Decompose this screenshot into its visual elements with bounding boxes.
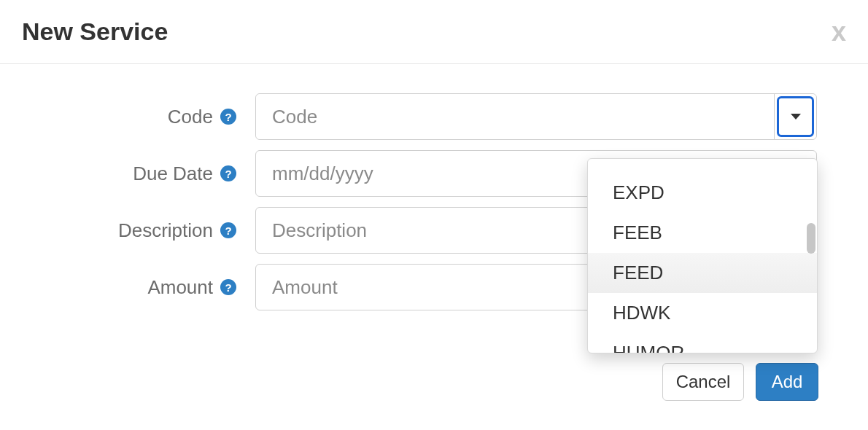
footer-buttons: Cancel Add [662,363,818,401]
cancel-button[interactable]: Cancel [662,363,744,401]
help-icon[interactable]: ? [220,222,236,238]
code-label: Code [168,106,213,128]
code-input-group [255,93,817,140]
dropdown-list[interactable]: DPST EXPD FEEB FEED HDWK HUMOR [588,159,817,353]
dropdown-item[interactable]: HDWK [588,293,817,333]
help-icon[interactable]: ? [220,165,236,181]
modal-title: New Service [22,17,168,46]
help-icon[interactable]: ? [220,279,236,295]
amount-label: Amount [147,276,213,299]
dropdown-item[interactable]: EXPD [588,173,817,213]
dropdown-item[interactable]: FEED [588,253,817,293]
close-icon[interactable]: x [832,19,846,45]
row-code: Code ? [51,93,817,140]
label-col-amount: Amount ? [51,276,255,299]
dropdown-item[interactable]: DPST [588,159,817,173]
description-label: Description [118,219,213,242]
label-col-code: Code ? [51,106,255,128]
dropdown-item[interactable]: HUMOR [588,333,817,353]
caret-down-icon [791,114,801,120]
scrollbar-thumb[interactable] [807,223,815,254]
label-col-due-date: Due Date ? [51,163,255,185]
modal-header: New Service x [0,0,868,64]
code-input[interactable] [256,94,774,139]
dropdown-item[interactable]: FEEB [588,213,817,253]
input-col-code [255,93,817,140]
help-icon[interactable]: ? [220,109,236,125]
scrollbar-track[interactable] [807,159,815,353]
code-dropdown-toggle[interactable] [774,94,816,139]
due-date-label: Due Date [133,163,213,185]
code-dropdown: DPST EXPD FEEB FEED HDWK HUMOR [587,158,818,353]
caret-focus-ring [777,96,814,137]
add-button[interactable]: Add [756,363,818,401]
label-col-description: Description ? [51,219,255,242]
